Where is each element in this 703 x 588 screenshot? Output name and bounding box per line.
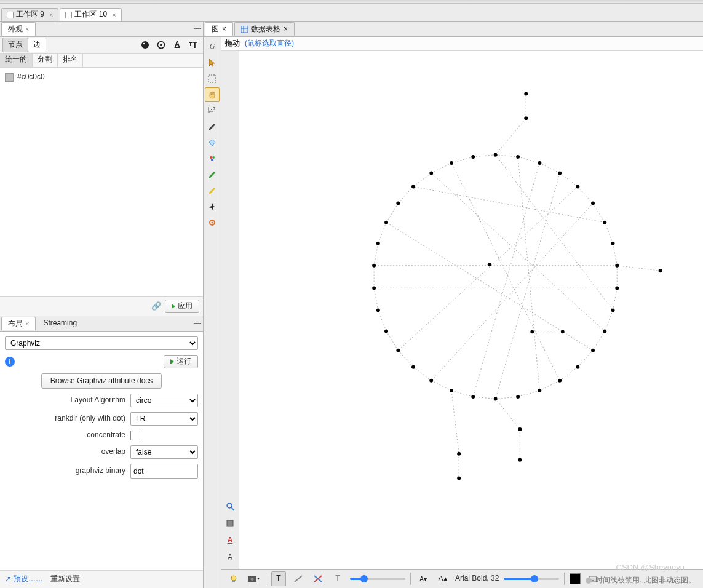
svg-line-58 bbox=[431, 204, 593, 381]
bg-color-swatch[interactable] bbox=[570, 573, 581, 584]
tab-nodes[interactable]: 节点 bbox=[2, 38, 28, 52]
svg-rect-7 bbox=[209, 75, 216, 82]
palette-color-icon[interactable] bbox=[205, 151, 220, 166]
svg-line-61 bbox=[431, 173, 605, 331]
svg-line-37 bbox=[413, 367, 431, 381]
svg-line-15 bbox=[231, 507, 234, 510]
rect-select-icon[interactable] bbox=[205, 71, 220, 86]
svg-line-54 bbox=[413, 186, 605, 222]
text-black-a-icon[interactable]: A bbox=[223, 550, 237, 565]
font-plus-icon[interactable]: A▴ bbox=[435, 571, 450, 586]
airplane-icon[interactable] bbox=[205, 199, 220, 214]
tab-unique[interactable]: 统一的 bbox=[0, 54, 33, 67]
camera-icon[interactable]: ▾ bbox=[246, 571, 261, 586]
svg-point-90 bbox=[450, 389, 453, 392]
color-list: #c0c0c0 bbox=[0, 68, 203, 296]
radius-icon[interactable] bbox=[154, 38, 169, 52]
palette-icon[interactable] bbox=[138, 38, 153, 52]
font-size-slider[interactable] bbox=[504, 578, 559, 580]
pointer-icon[interactable] bbox=[205, 55, 220, 70]
appearance-panel: 节点 边 A TT 统一的 分割 排名 #c bbox=[0, 37, 203, 316]
svg-point-91 bbox=[429, 379, 433, 383]
tab-layout[interactable]: 布局 × bbox=[1, 317, 36, 331]
tab-data-table[interactable]: 数据表格 × bbox=[234, 22, 295, 36]
svg-point-98 bbox=[376, 242, 380, 245]
overlap-select[interactable]: false bbox=[130, 445, 198, 459]
svg-point-76 bbox=[591, 202, 595, 205]
chain-icon[interactable]: 🔗 bbox=[151, 301, 161, 312]
bulb-icon[interactable] bbox=[226, 571, 241, 586]
minimize-icon[interactable]: — bbox=[192, 24, 203, 34]
svg-point-114 bbox=[659, 269, 662, 272]
svg-point-97 bbox=[372, 264, 376, 268]
svg-rect-4 bbox=[241, 26, 248, 33]
edge-weight-icon[interactable] bbox=[291, 571, 306, 586]
close-icon[interactable]: × bbox=[25, 319, 29, 328]
label-size-icon[interactable]: TT bbox=[186, 38, 201, 52]
tab-edges[interactable]: 边 bbox=[28, 38, 46, 52]
svg-line-35 bbox=[451, 391, 473, 397]
diamond-icon[interactable] bbox=[205, 135, 220, 150]
svg-line-18 bbox=[518, 157, 539, 163]
edge-thickness-slider[interactable] bbox=[350, 578, 405, 580]
svg-point-84 bbox=[576, 365, 579, 369]
hand-icon[interactable] bbox=[205, 87, 220, 102]
question-pointer-icon[interactable]: ? bbox=[205, 103, 220, 118]
tab-appearance[interactable]: 外观 × bbox=[1, 22, 36, 36]
pencil-yellow-icon[interactable] bbox=[205, 183, 220, 198]
binary-input[interactable] bbox=[130, 464, 198, 479]
run-label: 运行 bbox=[177, 357, 191, 367]
layout-algo-select[interactable]: circo bbox=[130, 394, 198, 407]
svg-point-72 bbox=[516, 155, 520, 159]
tab-label: Streaming bbox=[43, 319, 77, 328]
apply-button[interactable]: 应用 bbox=[165, 300, 199, 313]
layout-panel-tabs: 布局 × Streaming — bbox=[0, 316, 203, 332]
workspace-tab-9[interactable]: 工作区 9 × bbox=[1, 8, 58, 21]
svg-line-50 bbox=[473, 155, 495, 157]
workspace-tab-label: 工作区 10 bbox=[74, 10, 107, 20]
svg-line-48 bbox=[431, 163, 451, 173]
svg-line-47 bbox=[413, 173, 431, 186]
text-size-icon[interactable]: T bbox=[330, 571, 345, 586]
run-button[interactable]: 运行 bbox=[164, 355, 198, 368]
gear-orange-icon[interactable] bbox=[205, 215, 220, 230]
rankdir-select[interactable]: LR bbox=[130, 412, 198, 426]
svg-point-78 bbox=[611, 242, 615, 245]
close-icon[interactable]: × bbox=[25, 25, 29, 33]
graph-canvas[interactable] bbox=[239, 51, 703, 569]
svg-point-74 bbox=[558, 171, 562, 175]
pencil-dark-icon[interactable] bbox=[205, 119, 220, 134]
square-icon[interactable] bbox=[223, 516, 237, 531]
close-icon[interactable]: × bbox=[112, 10, 116, 19]
tab-graph[interactable]: 图 × bbox=[205, 22, 233, 36]
layout-algorithm-select[interactable]: Graphviz bbox=[5, 336, 198, 350]
close-icon[interactable]: × bbox=[222, 25, 226, 34]
zoom-center-icon[interactable] bbox=[223, 499, 237, 514]
minimize-icon[interactable]: — bbox=[192, 319, 203, 328]
svg-point-77 bbox=[603, 221, 606, 224]
svg-point-75 bbox=[576, 185, 579, 188]
tab-partition[interactable]: 分割 bbox=[33, 54, 58, 67]
tab-ranking[interactable]: 排名 bbox=[58, 54, 83, 67]
svg-point-82 bbox=[603, 330, 606, 333]
graphviz-docs-button[interactable]: Browse Graphviz attribute docs bbox=[41, 373, 162, 389]
pencil-green-icon[interactable] bbox=[205, 167, 220, 182]
svg-line-49 bbox=[451, 157, 473, 163]
text-red-a-icon[interactable]: A bbox=[223, 533, 237, 548]
concentrate-checkbox[interactable] bbox=[130, 431, 140, 440]
close-icon[interactable]: × bbox=[49, 10, 53, 19]
color-row[interactable]: #c0c0c0 bbox=[5, 71, 198, 84]
tab-streaming[interactable]: Streaming bbox=[37, 317, 83, 330]
info-icon[interactable]: i bbox=[5, 357, 15, 367]
font-minus-icon[interactable]: A▾ bbox=[416, 571, 431, 586]
svg-line-33 bbox=[496, 397, 518, 399]
preset-link[interactable]: ↗ 预设…… bbox=[5, 574, 43, 584]
graph-toolbar: G ? bbox=[204, 37, 221, 588]
text-bg-icon[interactable]: T bbox=[271, 571, 286, 586]
label-text-icon[interactable]: A bbox=[170, 38, 185, 52]
reset-link[interactable]: 重新设置 bbox=[50, 574, 80, 584]
workspace-tab-10[interactable]: 工作区 10 × bbox=[60, 8, 121, 21]
svg-line-30 bbox=[560, 367, 578, 381]
edge-color-icon[interactable] bbox=[311, 571, 325, 586]
close-icon[interactable]: × bbox=[284, 25, 288, 34]
